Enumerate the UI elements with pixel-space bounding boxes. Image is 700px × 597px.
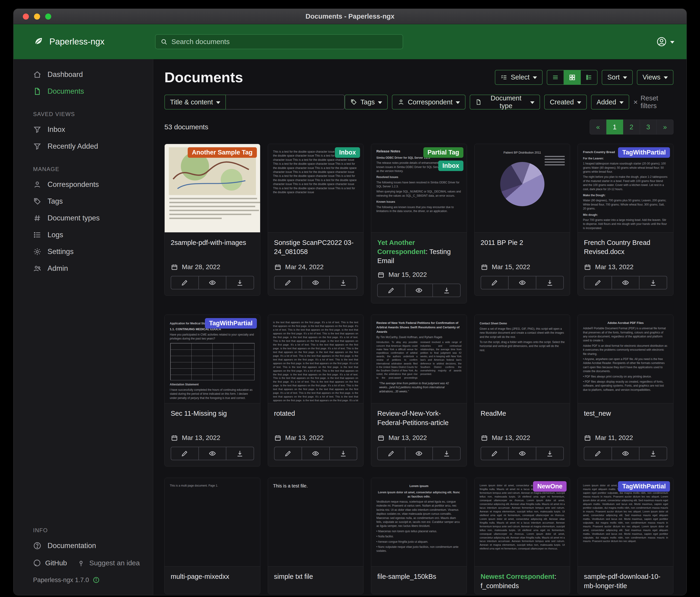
search-input[interactable]: [171, 38, 398, 46]
sort-button[interactable]: Sort: [602, 70, 633, 85]
download-document-button[interactable]: [226, 447, 254, 460]
document-title[interactable]: Review-of-New-York-Federal-Petitions-art…: [377, 409, 460, 429]
document-title[interactable]: Sec 11-Missing sig: [171, 409, 254, 429]
edit-document-button[interactable]: [584, 276, 612, 289]
document-card[interactable]: Patient BP Distribution 2011 2011 BP Pie…: [474, 144, 570, 296]
pagination-page-button[interactable]: 3: [640, 120, 657, 135]
document-title[interactable]: rotated: [274, 409, 357, 429]
download-document-button[interactable]: [330, 447, 357, 460]
view-document-button[interactable]: [302, 447, 330, 460]
select-button[interactable]: Select: [495, 70, 543, 85]
document-card[interactable]: Partial TagInbox Release NotesSimba ODBC…: [371, 144, 467, 303]
view-document-button[interactable]: [508, 276, 536, 289]
sidebar-item-admin[interactable]: Admin: [14, 260, 153, 277]
sidebar-item-document-types[interactable]: Document types: [14, 210, 153, 226]
tag-badge[interactable]: Inbox: [438, 161, 464, 171]
document-card[interactable]: TagWithPartial French Country BreadFor t…: [577, 144, 673, 296]
download-document-button[interactable]: [640, 276, 667, 289]
document-card[interactable]: Lorem ipsumLorem ipsum dolor sit amet, c…: [371, 478, 467, 594]
document-type-filter-button[interactable]: Document type: [470, 95, 540, 110]
sidebar-item-inbox[interactable]: Inbox: [14, 121, 153, 138]
global-search[interactable]: [155, 34, 403, 49]
document-title[interactable]: multi-page-mixedxx: [171, 572, 254, 592]
sidebar-item-settings[interactable]: Settings: [14, 243, 153, 260]
sidebar-item-documents[interactable]: Documents: [14, 83, 153, 100]
document-thumbnail[interactable]: is the text that appears on the first pa…: [268, 315, 364, 403]
user-menu[interactable]: [656, 37, 674, 47]
tag-badge[interactable]: TagWithPartial: [618, 481, 670, 492]
app-brand[interactable]: Paperless-ngx: [14, 36, 153, 47]
sidebar-item-documentation[interactable]: Documentation: [14, 538, 153, 554]
view-document-button[interactable]: [302, 276, 330, 289]
detail-view-button[interactable]: [581, 70, 598, 85]
view-document-button[interactable]: [508, 447, 536, 460]
document-card[interactable]: Contact Sheet DemoGiven a set of image f…: [474, 315, 570, 467]
view-document-button[interactable]: [405, 447, 433, 460]
edit-document-button[interactable]: [274, 447, 302, 460]
download-document-button[interactable]: [536, 447, 564, 460]
edit-document-button[interactable]: [171, 276, 199, 289]
title-content-input[interactable]: [226, 95, 345, 110]
document-card[interactable]: Review of New York Federal Petitions for…: [371, 315, 467, 467]
document-thumbnail[interactable]: Partial TagInbox Release NotesSimba ODBC…: [371, 144, 467, 233]
download-document-button[interactable]: [640, 447, 667, 460]
document-card[interactable]: Inbox This is a test for the double spac…: [268, 144, 364, 296]
document-title[interactable]: Newest Correspondent: f_combineds: [481, 572, 564, 592]
tag-badge[interactable]: TagWithPartial: [618, 147, 670, 158]
download-document-button[interactable]: [433, 284, 460, 297]
document-title[interactable]: French Country Bread Revised.docx: [584, 238, 667, 258]
pagination-page-button[interactable]: 2: [623, 120, 640, 135]
download-document-button[interactable]: [433, 447, 460, 460]
document-card[interactable]: TagWithPartial Lorem ipsum dolor sit ame…: [577, 478, 673, 594]
view-document-button[interactable]: [199, 276, 227, 289]
document-thumbnail[interactable]: Contact Sheet DemoGiven a set of image f…: [475, 315, 570, 403]
document-card[interactable]: Another Sample Tag 2sample-pdf-with-imag…: [165, 144, 260, 296]
download-document-button[interactable]: [330, 276, 357, 289]
edit-document-button[interactable]: [481, 276, 509, 289]
correspondent-link[interactable]: Newest Correspondent: [481, 573, 554, 580]
document-title[interactable]: Yet Another Correspondent: Testing Email: [377, 238, 460, 265]
correspondent-link[interactable]: Yet Another Correspondent: [377, 239, 426, 255]
sidebar-item-dashboard[interactable]: Dashboard: [14, 66, 153, 83]
document-thumbnail[interactable]: Another Sample Tag: [165, 144, 260, 233]
document-thumbnail[interactable]: Patient BP Distribution 2011: [475, 144, 570, 233]
download-document-button[interactable]: [536, 276, 564, 289]
document-card[interactable]: This is a test file. simple txt file: [268, 478, 364, 594]
document-card[interactable]: TagWithPartial Application for Medical S…: [165, 315, 260, 467]
document-thumbnail[interactable]: Lorem ipsumLorem ipsum dolor sit amet, c…: [371, 478, 467, 567]
document-thumbnail[interactable]: NewOne Lorem ipsum dolor sit amet, conse…: [475, 478, 570, 567]
view-document-button[interactable]: [612, 447, 640, 460]
view-document-button[interactable]: [405, 284, 433, 297]
document-title[interactable]: Sonstige ScanPC2022 03-24_081058: [274, 238, 357, 258]
edit-document-button[interactable]: [584, 447, 612, 460]
sidebar-item-correspondents[interactable]: Correspondents: [14, 176, 153, 193]
created-filter-button[interactable]: Created: [544, 95, 587, 110]
document-card[interactable]: is the text that appears on the first pa…: [268, 315, 364, 467]
github-link[interactable]: GitHub: [33, 559, 67, 567]
tags-filter-button[interactable]: Tags: [345, 95, 388, 110]
title-content-dropdown[interactable]: Title & content: [165, 95, 226, 110]
tag-badge[interactable]: Partial Tag: [423, 147, 464, 158]
document-card[interactable]: Adobe Acrobat PDF FilesAdobe® Portable D…: [577, 315, 673, 467]
sidebar-item-recently-added[interactable]: Recently Added: [14, 138, 153, 155]
document-thumbnail[interactable]: TagWithPartial Lorem ipsum dolor sit ame…: [578, 478, 673, 567]
view-document-button[interactable]: [612, 276, 640, 289]
document-thumbnail[interactable]: Review of New York Federal Petitions for…: [371, 315, 467, 403]
suggest-idea-link[interactable]: Suggest an idea: [77, 559, 140, 567]
added-filter-button[interactable]: Added: [591, 95, 629, 110]
tag-badge[interactable]: TagWithPartial: [205, 318, 257, 329]
tag-badge[interactable]: Another Sample Tag: [188, 147, 257, 158]
sidebar-item-logs[interactable]: Logs: [14, 226, 153, 243]
edit-document-button[interactable]: [274, 276, 302, 289]
document-title[interactable]: ReadMe: [481, 409, 564, 429]
edit-document-button[interactable]: [171, 447, 199, 460]
document-thumbnail[interactable]: This is a test file.: [268, 478, 364, 567]
grid-view-button[interactable]: [564, 70, 581, 85]
sidebar-item-tags[interactable]: Tags: [14, 193, 153, 210]
pagination-page-button[interactable]: 1: [606, 120, 623, 135]
document-title[interactable]: simple txt file: [274, 572, 357, 592]
tag-badge[interactable]: NewOne: [533, 481, 567, 492]
document-thumbnail[interactable]: TagWithPartial French Country BreadFor t…: [578, 144, 673, 233]
pagination-prev-button[interactable]: «: [590, 120, 606, 135]
document-title[interactable]: 2sample-pdf-with-images: [171, 238, 254, 258]
